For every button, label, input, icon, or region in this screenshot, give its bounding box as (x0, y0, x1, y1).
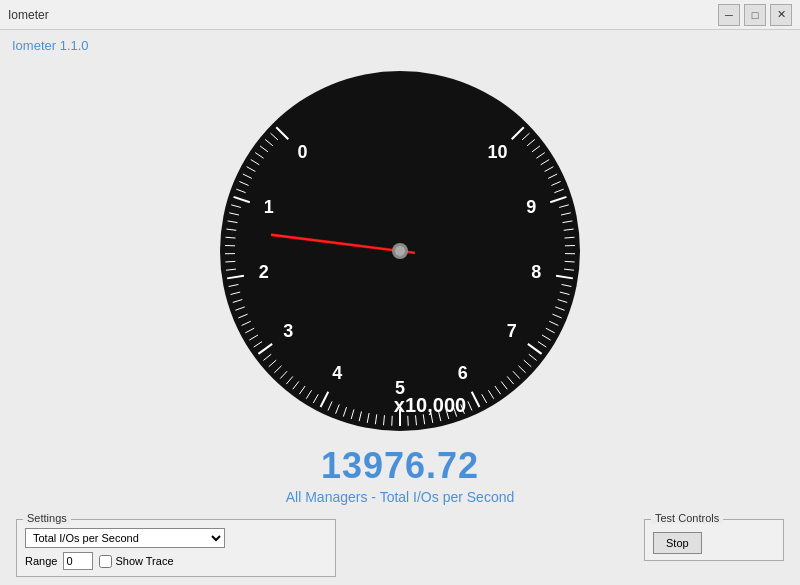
title-bar: Iometer ─ □ ✕ (0, 0, 800, 30)
gauge-value: 13976.72 (286, 445, 515, 487)
stop-button[interactable]: Stop (653, 532, 702, 554)
show-trace-label: Show Trace (99, 555, 173, 568)
maximize-button[interactable]: □ (744, 4, 766, 26)
gauge-label: All Managers - Total I/Os per Second (286, 489, 515, 505)
range-input[interactable] (63, 552, 93, 570)
close-button[interactable]: ✕ (770, 4, 792, 26)
gauge-container (210, 61, 590, 441)
minimize-button[interactable]: ─ (718, 4, 740, 26)
metric-selector-row: Total I/Os per Second MB per Second Aver… (25, 528, 327, 548)
range-label: Range (25, 555, 57, 567)
test-buttons: Stop (653, 528, 775, 554)
gauge-area: 13976.72 All Managers - Total I/Os per S… (12, 61, 788, 511)
app-version: Iometer 1.1.0 (12, 38, 788, 53)
settings-panel: Settings Total I/Os per Second MB per Se… (16, 519, 336, 577)
show-trace-text: Show Trace (115, 555, 173, 567)
show-trace-checkbox[interactable] (99, 555, 112, 568)
test-controls-panel: Test Controls Stop (644, 519, 784, 561)
range-row: Range Show Trace (25, 552, 327, 570)
metric-dropdown[interactable]: Total I/Os per Second MB per Second Aver… (25, 528, 225, 548)
bottom-panels: Settings Total I/Os per Second MB per Se… (12, 519, 788, 577)
main-content: Iometer 1.1.0 13976.72 All Managers - To… (0, 30, 800, 585)
window-controls: ─ □ ✕ (718, 4, 792, 26)
window-title: Iometer (8, 8, 49, 22)
settings-legend: Settings (23, 512, 71, 524)
gauge-canvas (210, 61, 590, 441)
gauge-value-area: 13976.72 All Managers - Total I/Os per S… (286, 445, 515, 505)
test-controls-legend: Test Controls (651, 512, 723, 524)
